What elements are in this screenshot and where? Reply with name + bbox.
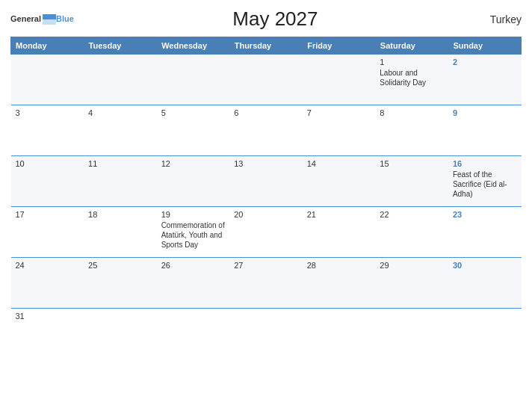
day-number: 22: [380, 210, 444, 219]
day-cell: 10: [11, 156, 84, 207]
svg-marker-3: [44, 16, 55, 19]
day-number: 4: [88, 108, 152, 117]
day-number: 20: [234, 210, 298, 219]
logo-blue-text: Blue: [56, 14, 74, 23]
day-number: 30: [453, 261, 517, 270]
day-number: 3: [16, 108, 80, 117]
week-row-4: 24252627282930: [11, 258, 522, 309]
day-cell: 25: [84, 258, 157, 309]
day-number: 17: [16, 210, 80, 219]
day-number: 5: [161, 108, 226, 117]
day-number: 28: [307, 261, 371, 270]
day-cell: 19Commemoration of Atatürk, Youth and Sp…: [157, 207, 230, 258]
day-cell: 20: [229, 207, 303, 258]
day-cell: 27: [229, 258, 303, 309]
day-number: 31: [16, 312, 80, 321]
day-number: 19: [161, 210, 226, 219]
week-row-1: 3456789: [11, 105, 522, 156]
day-number: 8: [380, 108, 444, 117]
day-number: 6: [234, 108, 298, 117]
day-cell: 24: [11, 258, 84, 309]
holiday-label: Labour and Solidarity Day: [380, 68, 444, 87]
calendar-title: May 2027: [74, 7, 477, 31]
day-number: 26: [161, 261, 226, 270]
week-row-2: 10111213141516Feast of the Sacrifice (Ei…: [11, 156, 522, 207]
day-cell: 12: [157, 156, 230, 207]
day-cell: [84, 55, 157, 105]
svg-rect-1: [43, 19, 56, 25]
col-tuesday: Tuesday: [84, 37, 157, 55]
day-cell: [448, 309, 522, 359]
calendar-table: Monday Tuesday Wednesday Thursday Friday…: [10, 37, 522, 359]
holiday-label: Commemoration of Atatürk, Youth and Spor…: [161, 220, 226, 250]
day-cell: 29: [375, 258, 448, 309]
header: General Blue May 2027 Turkey: [10, 7, 522, 31]
header-row: Monday Tuesday Wednesday Thursday Friday…: [11, 37, 522, 55]
day-cell: 9: [448, 105, 522, 156]
day-cell: 11: [84, 156, 157, 207]
day-number: 14: [307, 159, 371, 168]
day-number: 25: [88, 261, 152, 270]
week-row-3: 171819Commemoration of Atatürk, Youth an…: [11, 207, 522, 258]
day-cell: [229, 55, 303, 105]
day-cell: 28: [303, 258, 376, 309]
day-cell: [11, 55, 84, 105]
day-number: 10: [16, 159, 80, 168]
week-row-5: 31: [11, 309, 522, 359]
day-cell: [157, 309, 230, 359]
day-cell: [375, 309, 448, 359]
logo-general-text: General: [10, 14, 41, 23]
day-cell: 8: [375, 105, 448, 156]
logo-flag-icon: [43, 14, 56, 25]
day-number: 13: [234, 159, 298, 168]
col-wednesday: Wednesday: [157, 37, 230, 55]
day-cell: [303, 55, 376, 105]
day-number: 7: [307, 108, 371, 117]
day-cell: 4: [84, 105, 157, 156]
col-saturday: Saturday: [375, 37, 448, 55]
day-number: 23: [453, 210, 517, 219]
day-cell: 1Labour and Solidarity Day: [375, 55, 448, 105]
calendar-page: General Blue May 2027 Turkey Monday Tues…: [0, 0, 532, 411]
day-cell: 14: [303, 156, 376, 207]
day-cell: 31: [11, 309, 84, 359]
day-cell: 16Feast of the Sacrifice (Eid al-Adha): [448, 156, 522, 207]
day-number: 1: [380, 58, 444, 67]
country-label: Turkey: [477, 13, 522, 25]
day-cell: 15: [375, 156, 448, 207]
day-cell: 5: [157, 105, 230, 156]
day-cell: 2: [448, 55, 522, 105]
day-number: 16: [453, 159, 517, 168]
day-cell: [303, 309, 376, 359]
logo: General Blue: [10, 14, 74, 25]
day-cell: 6: [229, 105, 303, 156]
day-number: 24: [16, 261, 80, 270]
day-cell: 30: [448, 258, 522, 309]
day-number: 11: [88, 159, 152, 168]
day-number: 27: [234, 261, 298, 270]
day-number: 21: [307, 210, 371, 219]
day-cell: 23: [448, 207, 522, 258]
day-number: 29: [380, 261, 444, 270]
calendar-body: 1Labour and Solidarity Day23456789101112…: [11, 55, 522, 359]
day-cell: 3: [11, 105, 84, 156]
day-number: 15: [380, 159, 444, 168]
col-monday: Monday: [11, 37, 84, 55]
col-sunday: Sunday: [448, 37, 522, 55]
day-cell: [229, 309, 303, 359]
day-cell: [157, 55, 230, 105]
day-cell: [84, 309, 157, 359]
day-cell: 18: [84, 207, 157, 258]
col-friday: Friday: [303, 37, 376, 55]
calendar-header: Monday Tuesday Wednesday Thursday Friday…: [11, 37, 522, 55]
day-cell: 7: [303, 105, 376, 156]
day-cell: 17: [11, 207, 84, 258]
col-thursday: Thursday: [229, 37, 303, 55]
week-row-0: 1Labour and Solidarity Day2: [11, 55, 522, 105]
day-cell: 22: [375, 207, 448, 258]
day-number: 18: [88, 210, 152, 219]
day-number: 12: [161, 159, 226, 168]
day-cell: 26: [157, 258, 230, 309]
day-number: 2: [453, 58, 517, 67]
day-cell: 13: [229, 156, 303, 207]
